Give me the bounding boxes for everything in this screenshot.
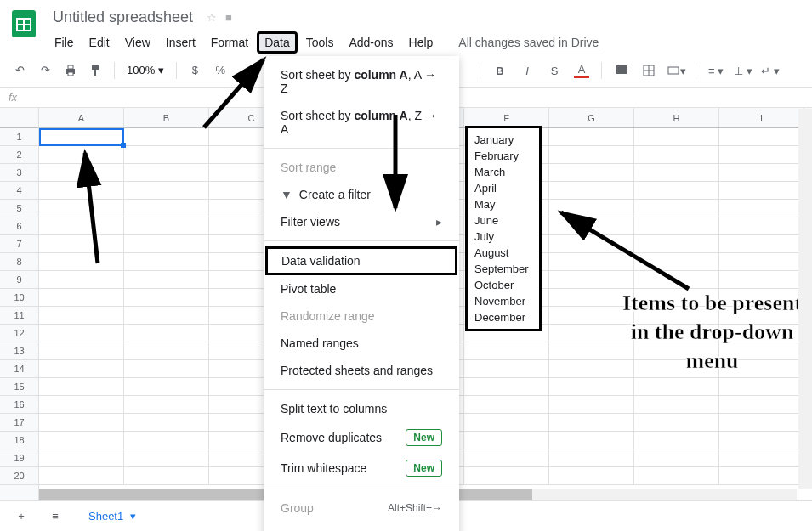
cell[interactable]: [124, 200, 209, 217]
fill-color-icon[interactable]: [610, 59, 633, 82]
cell[interactable]: [464, 449, 549, 467]
cell[interactable]: [549, 217, 634, 235]
cell[interactable]: [634, 235, 719, 253]
strikethrough-icon[interactable]: S: [543, 59, 565, 82]
cell[interactable]: [549, 182, 634, 200]
cell[interactable]: [634, 128, 719, 146]
row-header[interactable]: 11: [0, 307, 38, 325]
zoom-selector[interactable]: 100% ▾: [122, 64, 169, 76]
col-header[interactable]: G: [549, 108, 634, 127]
dd-protected[interactable]: Protected sheets and ranges: [264, 357, 459, 384]
cell[interactable]: [39, 432, 124, 449]
cell[interactable]: [39, 449, 124, 467]
cell[interactable]: [549, 235, 634, 253]
dd-named-ranges[interactable]: Named ranges: [264, 330, 459, 357]
cell[interactable]: [39, 467, 124, 485]
cell[interactable]: [124, 449, 209, 467]
cell[interactable]: [39, 235, 124, 253]
currency-button[interactable]: $: [184, 59, 206, 82]
cell[interactable]: [39, 396, 124, 414]
cell[interactable]: [124, 396, 209, 414]
col-header[interactable]: H: [634, 108, 719, 127]
cell[interactable]: [549, 146, 634, 164]
cell[interactable]: [634, 182, 719, 200]
cell[interactable]: [124, 182, 209, 200]
dd-sort-za[interactable]: Sort sheet by column A, Z → A: [264, 102, 459, 143]
cell[interactable]: [634, 414, 719, 432]
menu-edit[interactable]: Edit: [82, 32, 116, 53]
cell[interactable]: [549, 200, 634, 217]
cell[interactable]: [39, 360, 124, 378]
row-header[interactable]: 6: [0, 217, 38, 235]
row-header[interactable]: 12: [0, 325, 38, 342]
dd-sort-az[interactable]: Sort sheet by column A, A → Z: [264, 61, 459, 102]
cell[interactable]: [719, 467, 804, 485]
dd-split-text[interactable]: Split text to columns: [264, 395, 459, 422]
cell[interactable]: [634, 253, 719, 271]
cell[interactable]: [719, 378, 804, 396]
cell[interactable]: [634, 432, 719, 449]
cell[interactable]: [549, 467, 634, 485]
sheet-tab[interactable]: Sheet1 ▾: [78, 505, 146, 528]
cell[interactable]: [464, 396, 549, 414]
menu-help[interactable]: Help: [402, 32, 440, 53]
vertical-scrollbar[interactable]: [798, 109, 812, 489]
dd-remove-dup[interactable]: Remove duplicatesNew: [264, 422, 459, 453]
cell[interactable]: [634, 146, 719, 164]
col-header[interactable]: I: [719, 108, 804, 127]
row-header[interactable]: 5: [0, 200, 38, 217]
row-header[interactable]: 1: [0, 128, 38, 146]
text-color-icon[interactable]: A: [571, 59, 593, 82]
cell[interactable]: [634, 467, 719, 485]
row-header[interactable]: 14: [0, 360, 38, 378]
cell[interactable]: [549, 128, 634, 146]
sheets-logo[interactable]: [7, 7, 41, 41]
cell[interactable]: [464, 432, 549, 449]
cell[interactable]: [719, 128, 804, 146]
row-header[interactable]: 9: [0, 271, 38, 289]
save-status[interactable]: All changes saved in Drive: [458, 36, 599, 49]
percent-button[interactable]: %: [209, 59, 231, 82]
row-header[interactable]: 20: [0, 467, 38, 485]
menu-file[interactable]: File: [48, 32, 81, 53]
select-all-corner[interactable]: [0, 108, 38, 128]
merge-icon[interactable]: ▾: [665, 59, 687, 82]
cell[interactable]: [719, 253, 804, 271]
doc-title[interactable]: Untitled spreadsheet: [48, 7, 198, 28]
row-header[interactable]: 15: [0, 378, 38, 396]
row-header[interactable]: 2: [0, 146, 38, 164]
cell[interactable]: [124, 235, 209, 253]
selection-handle[interactable]: [121, 143, 126, 148]
cell[interactable]: [39, 200, 124, 217]
bold-icon[interactable]: B: [489, 59, 511, 82]
cell[interactable]: [464, 378, 549, 396]
cell[interactable]: [39, 164, 124, 182]
row-header[interactable]: 3: [0, 164, 38, 182]
undo-icon[interactable]: ↶: [9, 59, 31, 82]
cell[interactable]: [464, 360, 549, 378]
wrap-icon[interactable]: ↵ ▾: [759, 59, 781, 82]
cell[interactable]: [124, 253, 209, 271]
cell[interactable]: [39, 342, 124, 360]
cell[interactable]: [719, 414, 804, 432]
menu-data[interactable]: Data: [257, 31, 298, 54]
cell[interactable]: [124, 128, 209, 146]
menu-view[interactable]: View: [118, 32, 157, 53]
row-header[interactable]: 7: [0, 235, 38, 253]
menu-tools[interactable]: Tools: [299, 32, 341, 53]
row-header[interactable]: 17: [0, 414, 38, 432]
cell[interactable]: [124, 342, 209, 360]
col-header[interactable]: B: [124, 108, 209, 127]
cell[interactable]: [719, 182, 804, 200]
cell[interactable]: [124, 164, 209, 182]
cell[interactable]: [39, 217, 124, 235]
cell[interactable]: [719, 271, 804, 289]
cell[interactable]: [719, 146, 804, 164]
halign-icon[interactable]: ≡ ▾: [705, 59, 727, 82]
dd-pivot-table[interactable]: Pivot table: [264, 275, 459, 302]
paint-format-icon[interactable]: [85, 59, 107, 82]
menu-format[interactable]: Format: [204, 32, 255, 53]
cell[interactable]: [634, 217, 719, 235]
cell[interactable]: [124, 325, 209, 342]
star-icon[interactable]: ☆: [207, 11, 217, 24]
